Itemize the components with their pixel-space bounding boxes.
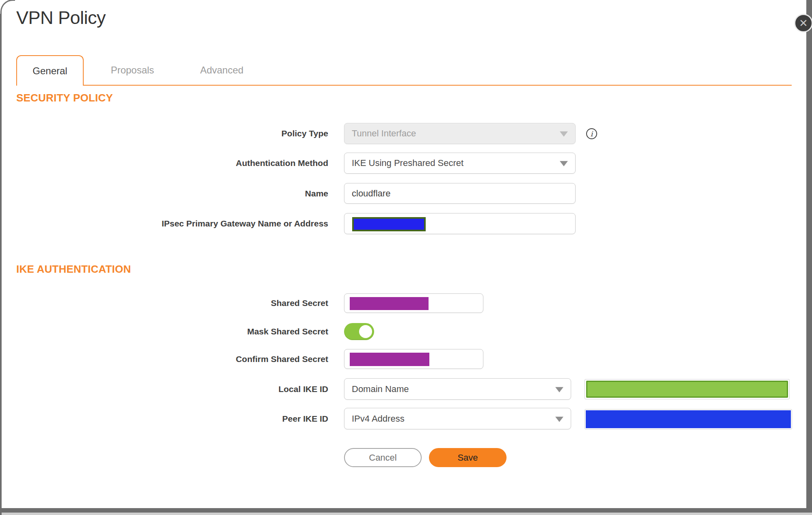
tab-advanced[interactable]: Advanced	[181, 55, 262, 85]
row-confirm-shared-secret: Confirm Shared Secret	[2, 349, 806, 369]
save-button[interactable]: Save	[429, 448, 507, 467]
cancel-button[interactable]: Cancel	[344, 448, 422, 467]
row-name: Name cloudflare	[2, 183, 806, 204]
peer-ike-id-value: IPv4 Address	[352, 414, 405, 424]
peer-ike-id-redacted-value	[586, 410, 791, 428]
info-icon[interactable]: i	[586, 128, 597, 139]
dialog-corner-border	[0, 0, 15, 14]
row-gateway: IPsec Primary Gateway Name or Address	[2, 213, 806, 234]
local-ike-id-select[interactable]: Domain Name	[344, 378, 571, 400]
peer-ike-id-field[interactable]	[585, 409, 792, 429]
shared-secret-label: Shared Secret	[2, 298, 328, 308]
toggle-knob	[359, 325, 372, 338]
row-actions: Cancel Save	[2, 448, 806, 467]
row-peer-ike-id: Peer IKE ID IPv4 Address	[2, 408, 806, 429]
local-ike-id-label: Local IKE ID	[2, 384, 328, 394]
tab-general[interactable]: General	[16, 55, 84, 86]
shared-secret-input[interactable]	[344, 293, 483, 313]
chevron-down-icon	[560, 161, 568, 166]
policy-type-label: Policy Type	[2, 129, 328, 138]
page-background-right	[806, 0, 812, 515]
name-input[interactable]: cloudflare	[344, 183, 576, 204]
local-ike-id-redacted-value	[586, 381, 788, 398]
confirm-shared-secret-label: Confirm Shared Secret	[2, 354, 328, 364]
row-policy-type: Policy Type Tunnel Interface i	[2, 123, 806, 144]
local-ike-id-field[interactable]	[585, 379, 790, 399]
mask-shared-secret-toggle[interactable]	[344, 323, 374, 340]
chevron-down-icon	[555, 416, 563, 422]
section-heading-security-policy: SECURITY POLICY	[16, 92, 113, 104]
close-button[interactable]: ✕	[794, 14, 812, 32]
name-value: cloudflare	[352, 188, 390, 199]
policy-type-select[interactable]: Tunnel Interface	[344, 123, 576, 144]
row-shared-secret: Shared Secret	[2, 293, 806, 313]
confirm-shared-secret-redacted-value	[350, 353, 429, 366]
peer-ike-id-label: Peer IKE ID	[2, 414, 328, 424]
name-label: Name	[2, 189, 328, 198]
dialog-title: VPN Policy	[16, 7, 106, 28]
page-background-bottom-edge	[0, 513, 812, 515]
policy-type-value: Tunnel Interface	[352, 128, 416, 139]
tab-proposals[interactable]: Proposals	[84, 55, 181, 85]
row-mask-shared-secret: Mask Shared Secret	[2, 323, 806, 340]
gateway-input[interactable]	[344, 213, 576, 234]
row-authentication-method: Authentication Method IKE Using Preshare…	[2, 153, 806, 174]
shared-secret-redacted-value	[350, 297, 429, 310]
local-ike-id-value: Domain Name	[352, 384, 409, 394]
page-background-bottom	[0, 508, 812, 513]
confirm-shared-secret-input[interactable]	[344, 349, 483, 369]
row-local-ike-id: Local IKE ID Domain Name	[2, 378, 806, 400]
tab-bar: General Proposals Advanced	[16, 55, 792, 86]
section-heading-ike-authentication: IKE AUTHENTICATION	[16, 263, 131, 276]
vpn-policy-dialog: VPN Policy General Proposals Advanced SE…	[2, 0, 806, 508]
chevron-down-icon	[560, 131, 568, 137]
peer-ike-id-select[interactable]: IPv4 Address	[344, 408, 571, 429]
chevron-down-icon	[555, 387, 563, 392]
authentication-method-value: IKE Using Preshared Secret	[352, 158, 463, 168]
mask-shared-secret-label: Mask Shared Secret	[2, 327, 328, 336]
authentication-method-label: Authentication Method	[2, 158, 328, 168]
gateway-redacted-value	[352, 217, 426, 231]
gateway-label: IPsec Primary Gateway Name or Address	[2, 219, 328, 228]
close-icon: ✕	[799, 18, 808, 28]
authentication-method-select[interactable]: IKE Using Preshared Secret	[344, 153, 576, 174]
